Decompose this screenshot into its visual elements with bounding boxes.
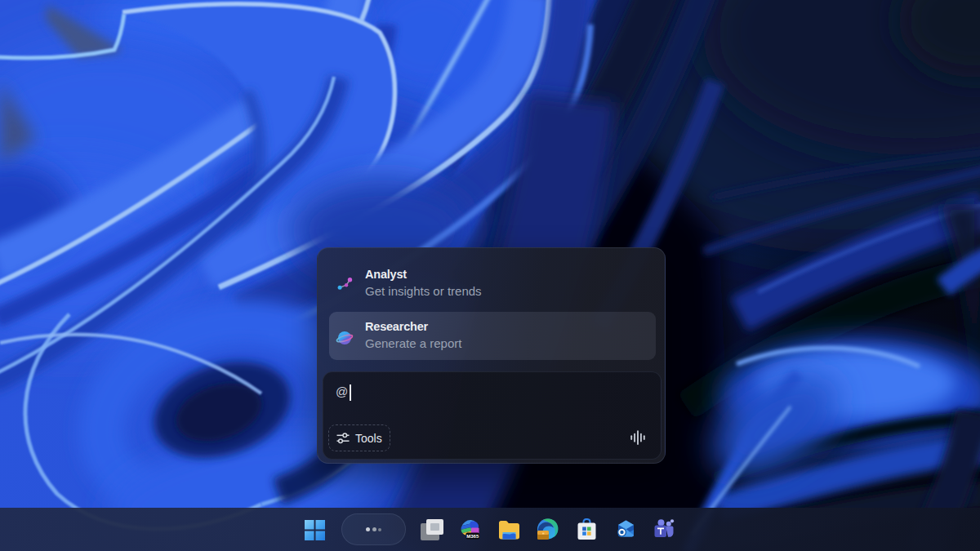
svg-text:M365: M365 xyxy=(466,534,479,539)
